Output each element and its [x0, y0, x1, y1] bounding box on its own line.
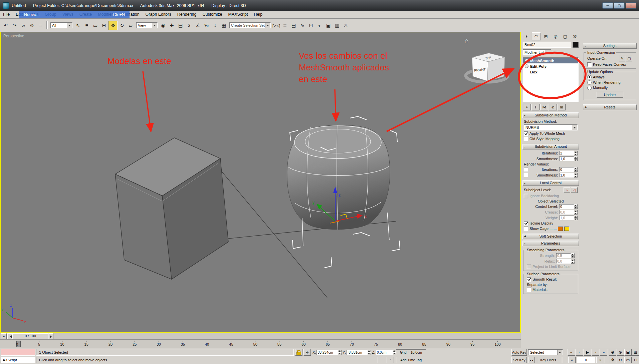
- update-button[interactable]: Update: [597, 92, 623, 98]
- materials-checkbox[interactable]: [527, 288, 531, 292]
- smoothness-spinner[interactable]: 1,0: [559, 156, 578, 161]
- apply-to-whole-mesh-checkbox[interactable]: [524, 131, 528, 136]
- perspective-viewport[interactable]: z y x FRONT TOP ⌂: [0, 32, 521, 333]
- time-tag-icon[interactable]: ◔: [387, 357, 394, 363]
- rollout-subdivision-method[interactable]: - Subdivision Method: [522, 112, 579, 118]
- visibility-bulb-icon[interactable]: [525, 64, 528, 68]
- snaps-toggle-button[interactable]: 3: [185, 21, 193, 30]
- zoom-extents-button[interactable]: ▣: [624, 349, 632, 356]
- tab-create[interactable]: ✶: [522, 32, 531, 40]
- menu-item-nuevo-label[interactable]: Nuevo...: [24, 12, 40, 17]
- meshsmooth-object[interactable]: [287, 125, 390, 230]
- schematic-view-button[interactable]: ⊡: [307, 21, 315, 30]
- named-selection-set-field[interactable]: Create Selection Set: [229, 22, 271, 28]
- rectangular-selection-button[interactable]: ▭: [91, 21, 99, 30]
- menu-item[interactable]: File: [0, 11, 13, 18]
- subobject-points-button[interactable]: ∴: [564, 187, 570, 193]
- current-frame-field[interactable]: 0: [577, 357, 595, 363]
- rollout-parameters[interactable]: - Parameters: [522, 241, 579, 246]
- render-iterations-checkbox[interactable]: [524, 167, 528, 171]
- zoom-region-button[interactable]: ▭: [624, 357, 632, 363]
- keyboard-override-button[interactable]: ▤: [176, 21, 185, 30]
- project-to-limit-surface-checkbox[interactable]: [527, 265, 531, 269]
- select-and-scale-button[interactable]: ▱: [127, 21, 135, 30]
- unlink-selection-button[interactable]: ⊘: [28, 21, 36, 30]
- open-menu-item-highlight[interactable]: Nuevo... Ctrl+N: [19, 11, 130, 18]
- modifier-list-dropdown[interactable]: Modifier List: [523, 49, 551, 55]
- keep-faces-convex-checkbox[interactable]: [587, 62, 592, 67]
- control-level-spinner[interactable]: 0: [559, 204, 578, 209]
- z-coordinate-display[interactable]: Z: 0,0cm: [372, 349, 396, 356]
- update-always-radio[interactable]: [587, 75, 592, 79]
- modifier-stack-row[interactable]: Box: [523, 69, 578, 75]
- add-time-tag-button[interactable]: Add Time Tag: [396, 357, 426, 363]
- rollout-settings[interactable]: - Settings: [583, 43, 637, 49]
- arc-rotate-button[interactable]: ↻: [617, 357, 624, 363]
- zoom-button[interactable]: ⊕: [609, 349, 616, 356]
- selection-filter-dropdown[interactable]: All: [50, 22, 72, 28]
- pin-stack-button[interactable]: ⌖: [523, 104, 531, 110]
- minimize-button[interactable]: ─: [602, 2, 613, 9]
- go-to-start-button[interactable]: «: [568, 349, 575, 356]
- operate-on-pen-button[interactable]: ✎: [619, 56, 625, 61]
- maximize-viewport-toggle-button[interactable]: ⊡: [632, 357, 639, 363]
- menu-item[interactable]: Graph Editors: [143, 11, 174, 18]
- smooth-result-checkbox[interactable]: [527, 277, 531, 282]
- select-and-link-button[interactable]: ∞: [19, 21, 27, 30]
- subobject-patch-button[interactable]: ◁: [571, 187, 578, 193]
- time-slider-prev-nub[interactable]: [7, 333, 12, 340]
- next-key-button[interactable]: »: [596, 357, 604, 363]
- maxscript-listener-field[interactable]: AXScript.: [1, 357, 35, 363]
- material-editor-button[interactable]: ◐: [315, 21, 324, 30]
- tab-display[interactable]: ▢: [561, 32, 570, 40]
- operate-on-quad-button[interactable]: ▢: [626, 56, 632, 61]
- menu-item[interactable]: Help: [251, 11, 266, 18]
- zoom-extents-all-button[interactable]: ▦: [632, 349, 639, 356]
- chevron-down-icon[interactable]: [557, 350, 563, 355]
- old-style-mapping-checkbox[interactable]: [524, 137, 528, 141]
- menu-item[interactable]: MAXScript: [225, 11, 251, 18]
- rollout-soft-selection[interactable]: + Soft Selection: [522, 234, 579, 239]
- close-button[interactable]: ×: [626, 2, 636, 9]
- select-and-manipulate-button[interactable]: ✚: [168, 21, 176, 30]
- set-key-mode-icon-button[interactable]: ⊶: [528, 357, 535, 363]
- subdivision-method-dropdown[interactable]: NURMS: [524, 124, 578, 130]
- menu-item[interactable]: Customize: [199, 11, 225, 18]
- render-setup-button[interactable]: ▣: [324, 21, 333, 30]
- percent-snap-button[interactable]: %: [202, 21, 211, 30]
- render-smoothness-spinner[interactable]: 1,0: [559, 173, 578, 177]
- rollout-local-control[interactable]: - Local Control: [522, 180, 579, 186]
- menu-item[interactable]: Rendering: [174, 11, 200, 18]
- spinner-snap-button[interactable]: ↕: [211, 21, 219, 30]
- tab-utilities[interactable]: ⚒: [570, 32, 579, 40]
- render-smoothness-checkbox[interactable]: [524, 173, 528, 177]
- mirror-button[interactable]: ▷◁: [272, 21, 280, 30]
- redo-button[interactable]: ↷: [10, 21, 19, 30]
- bind-to-space-warp-button[interactable]: ≈: [36, 21, 45, 30]
- strength-spinner[interactable]: 0,5: [556, 253, 575, 258]
- viewport-background[interactable]: [1, 32, 520, 332]
- rollout-subdivision-amount[interactable]: - Subdivision Amount: [522, 144, 579, 149]
- chevron-down-icon[interactable]: [265, 23, 270, 28]
- pan-button[interactable]: ✥: [609, 357, 616, 363]
- chevron-down-icon[interactable]: [152, 23, 157, 28]
- show-end-result-button[interactable]: ‖: [531, 104, 540, 110]
- selection-lock-toggle[interactable]: [295, 349, 302, 356]
- window-titlebar[interactable]: Untitled - Project Folder: C:\Users\otra…: [0, 0, 639, 11]
- tab-motion[interactable]: ◎: [551, 32, 560, 40]
- update-when-rendering-radio[interactable]: [587, 80, 592, 85]
- modifier-stack-row[interactable]: MeshSmooth: [523, 58, 578, 63]
- next-frame-button[interactable]: ›: [592, 349, 599, 356]
- chevron-down-icon[interactable]: [67, 23, 72, 28]
- track-bar[interactable]: 0510152025303540455055606570758085909510…: [0, 339, 521, 348]
- modifier-stack-row[interactable]: Edit Poly: [523, 63, 578, 69]
- relax-spinner[interactable]: 0,0: [556, 259, 575, 264]
- rendered-frame-button[interactable]: ▥: [333, 21, 341, 30]
- viewcube-home-icon[interactable]: ⌂: [465, 37, 469, 44]
- visibility-bulb-icon[interactable]: [525, 59, 528, 62]
- layer-manager-button[interactable]: ▤: [289, 21, 298, 30]
- auto-key-button[interactable]: Auto Key: [511, 349, 527, 356]
- window-crossing-button[interactable]: ⊞: [100, 21, 108, 30]
- select-and-rotate-button[interactable]: ↻: [118, 21, 126, 30]
- remove-modifier-button[interactable]: ⊘: [549, 104, 557, 110]
